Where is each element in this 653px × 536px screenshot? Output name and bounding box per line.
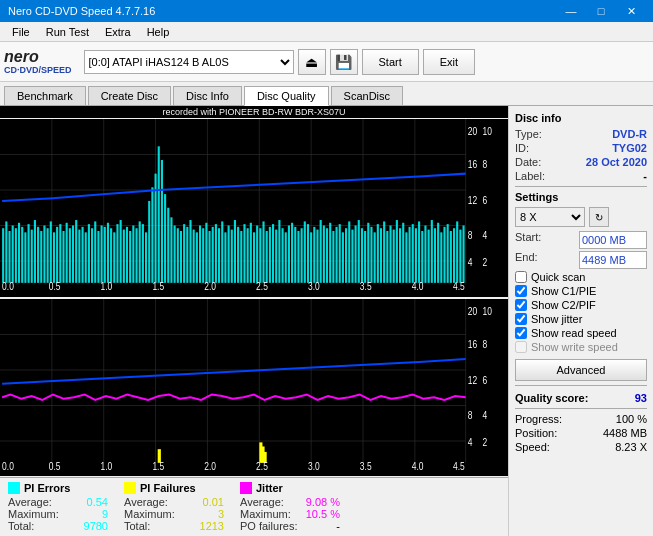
show-c1-label: Show C1/PIE [531,285,596,297]
svg-rect-92 [250,223,252,283]
svg-rect-56 [135,228,137,283]
speed-select[interactable]: 8 X Max 2 X 4 X 6 X 12 X [515,207,585,227]
maximize-button[interactable]: □ [587,2,615,20]
menu-file[interactable]: File [4,24,38,40]
close-button[interactable]: ✕ [617,2,645,20]
quick-scan-label: Quick scan [531,271,585,283]
svg-rect-50 [116,224,118,283]
svg-rect-103 [285,232,287,283]
jitter-avg-value: 9.08 % [306,496,340,508]
svg-rect-132 [377,224,379,283]
show-c1-checkbox[interactable] [515,285,527,297]
show-c2-checkbox[interactable] [515,299,527,311]
end-mb-label: End: [515,251,538,269]
svg-text:8: 8 [483,158,488,170]
svg-rect-91 [247,228,249,283]
svg-rect-145 [418,221,420,282]
minimize-button[interactable]: — [557,2,585,20]
svg-rect-41 [88,224,90,283]
svg-text:16: 16 [468,158,477,170]
start-button[interactable]: Start [362,49,419,75]
svg-rect-57 [139,221,141,282]
menubar: File Run Test Extra Help [0,22,653,42]
svg-text:8: 8 [483,338,488,350]
svg-rect-148 [428,230,430,283]
svg-text:1.0: 1.0 [101,459,113,471]
svg-rect-104 [288,226,290,283]
svg-text:4: 4 [468,256,473,268]
svg-text:2.0: 2.0 [204,459,216,471]
svg-rect-44 [97,231,99,283]
svg-rect-43 [94,221,96,282]
svg-rect-71 [183,224,185,283]
nero-logo-sub: CD·DVD/SPEED [4,65,72,75]
svg-text:4.5: 4.5 [453,280,465,292]
refresh-button[interactable]: ↻ [589,207,609,227]
svg-rect-149 [431,220,433,283]
svg-rect-117 [329,223,331,283]
tab-benchmark[interactable]: Benchmark [4,86,86,105]
jitter-avg-row: Average: 9.08 % [240,496,340,508]
svg-rect-120 [339,224,341,283]
svg-rect-38 [78,230,80,283]
start-mb-input[interactable] [579,231,647,249]
svg-text:1.5: 1.5 [152,280,164,292]
svg-text:3.0: 3.0 [308,280,320,292]
tab-scandisc[interactable]: ScanDisc [331,86,403,105]
show-read-checkbox[interactable] [515,327,527,339]
svg-rect-99 [272,224,274,283]
eject-button[interactable]: ⏏ [298,49,326,75]
jitter-max-value: 10.5 % [306,508,340,520]
end-mb-input[interactable] [579,251,647,269]
pi-errors-avg-row: Average: 0.54 [8,496,108,508]
svg-text:8: 8 [468,229,473,241]
svg-text:0.5: 0.5 [49,280,61,292]
stats-bar: PI Errors Average: 0.54 Maximum: 9 Total… [0,477,508,536]
svg-rect-60 [148,201,150,283]
drive-select[interactable]: [0:0] ATAPI iHAS124 B AL0S [84,50,294,74]
progress-label: Progress: [515,413,562,425]
jitter-po-row: PO failures: - [240,520,340,532]
tab-create-disc[interactable]: Create Disc [88,86,171,105]
quality-score-label: Quality score: [515,392,588,404]
advanced-button[interactable]: Advanced [515,359,647,381]
save-button[interactable]: 💾 [330,49,358,75]
exit-button[interactable]: Exit [423,49,475,75]
pi-failures-color [124,482,136,494]
svg-rect-69 [177,228,179,283]
menu-extra[interactable]: Extra [97,24,139,40]
jitter-po-label: PO failures: [240,520,297,532]
svg-text:0.0: 0.0 [2,280,14,292]
svg-rect-46 [104,227,106,283]
svg-rect-112 [313,227,315,283]
chart-title: recorded with PIONEER BD-RW BDR-XS07U [0,106,508,118]
svg-rect-114 [320,220,322,283]
pi-failures-header: PI Failures [124,482,224,494]
svg-rect-31 [56,227,58,283]
menu-run-test[interactable]: Run Test [38,24,97,40]
svg-rect-48 [110,228,112,283]
quick-scan-checkbox[interactable] [515,271,527,283]
pi-errors-total-value: 9780 [84,520,108,532]
menu-help[interactable]: Help [139,24,178,40]
svg-rect-18 [15,228,17,283]
pi-failures-total-row: Total: 1213 [124,520,224,532]
position-row: Position: 4488 MB [515,427,647,439]
tab-disc-info[interactable]: Disc Info [173,86,242,105]
disc-label-value: - [643,170,647,182]
tab-disc-quality[interactable]: Disc Quality [244,86,329,106]
pi-errors-color [8,482,20,494]
show-jitter-label: Show jitter [531,313,582,325]
svg-rect-76 [199,226,201,283]
svg-text:0.0: 0.0 [2,459,14,471]
pi-errors-total-label: Total: [8,520,34,532]
svg-rect-65 [164,194,166,283]
svg-rect-130 [370,227,372,283]
quality-score-value: 93 [635,392,647,404]
settings-title: Settings [515,191,647,203]
nero-logo-text: nero [4,49,72,65]
svg-text:10: 10 [483,125,493,137]
svg-rect-25 [37,227,39,283]
svg-text:3.5: 3.5 [360,280,372,292]
show-jitter-checkbox[interactable] [515,313,527,325]
